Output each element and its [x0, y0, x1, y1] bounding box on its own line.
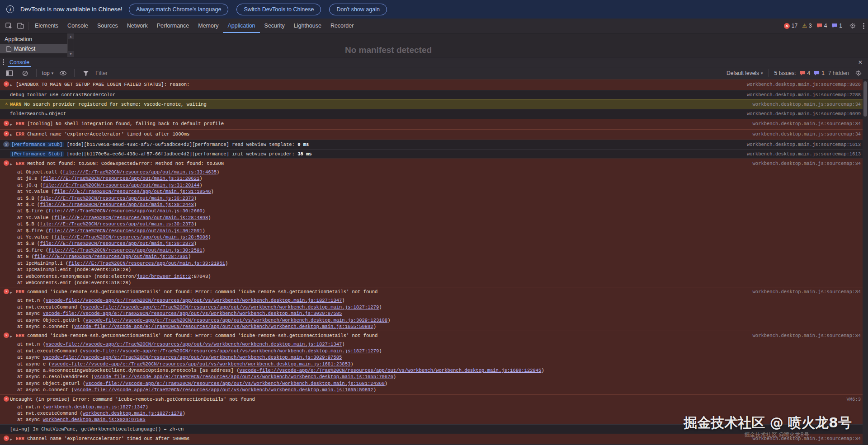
stack-frame-link[interactable]: vscode-file://vscode-app/e:/Trae%20CN/re… — [46, 342, 342, 347]
console-sidebar-toggle-icon[interactable] — [4, 67, 15, 79]
console-message[interactable]: ✕▶ERR Method not found: toJSON: CodeExpe… — [0, 159, 868, 287]
stack-frame-link[interactable]: workbench.desktop.main.js:1827:1279 — [83, 411, 183, 416]
source-location-link[interactable]: workbench.desktop.main.js:sourcemap:34 — [753, 131, 861, 138]
source-location-link[interactable]: workbench.desktop.main.js:sourcemap:1613 — [747, 150, 861, 158]
tab-performance[interactable]: Performance — [152, 19, 194, 33]
expand-arrow-icon[interactable]: ▶ — [10, 131, 16, 139]
toolbar-issues-blue[interactable]: 1 — [814, 70, 825, 76]
stack-frame-link[interactable]: vscode-file://vscode-app/e:/Trae%20CN/re… — [74, 387, 373, 393]
scroll-down-icon[interactable]: ▼ — [68, 51, 74, 57]
stack-frame-link[interactable]: file:///E:/Trae%20CN/resources/app/out/m… — [54, 234, 208, 240]
stack-frame-link[interactable]: workbench.desktop.main.js:3029:97585 — [43, 417, 146, 422]
source-location-link[interactable]: workbench.desktop.main.js:sourcemap:34 — [753, 101, 861, 108]
expand-object-icon[interactable]: ▶ — [44, 112, 49, 116]
console-settings-gear-icon[interactable] — [853, 67, 864, 79]
stack-frame-link[interactable]: file:///E:/Trae%20CN/resources/app/out/m… — [40, 241, 193, 246]
expand-arrow-icon[interactable]: ▶ — [10, 288, 16, 296]
tab-sources[interactable]: Sources — [93, 19, 123, 33]
console-message[interactable]: debug toolbar use contrastBorderColorwor… — [0, 90, 868, 99]
scroll-up-icon[interactable]: ▲ — [68, 33, 74, 39]
stack-frame-link[interactable]: file:///E:/Trae%20CN/resources/app/out/m… — [43, 176, 200, 181]
stack-frame-link[interactable]: js2c/browser_init:2 — [137, 274, 191, 279]
console-message[interactable]: [Performance Stub] [node][b1170e5a-ee6d-… — [0, 149, 868, 159]
more-options-icon[interactable] — [863, 23, 864, 29]
close-drawer-icon[interactable]: ✕ — [855, 59, 865, 66]
console-message[interactable]: ✕▶ERR command 'icube-remote-ssh.getConne… — [0, 287, 868, 331]
stack-frame-link[interactable]: vscode-file://vscode-app/e:/Trae%20CN/re… — [83, 304, 379, 310]
tab-application[interactable]: Application — [223, 19, 259, 33]
tab-elements[interactable]: Elements — [30, 19, 63, 33]
console-message[interactable]: folderSearch▶Objectworkbench.desktop.mai… — [0, 109, 868, 119]
always-match-language-button[interactable]: Always match Chrome's language — [129, 4, 229, 15]
stack-frame-link[interactable]: file:///E:/Trae%20CN/resources/app/out/m… — [40, 202, 193, 207]
stack-frame-link[interactable]: file:///E:/Trae%20CN/resources/app/out/m… — [63, 169, 217, 175]
console-message[interactable]: ✕Uncaught (in promise) Error: command 'i… — [0, 394, 868, 424]
source-location-link[interactable]: workbench.desktop.main.js:sourcemap:34 — [753, 435, 861, 442]
console-message[interactable]: ✕▶ERR Channel name 'explorerAccelerator'… — [0, 129, 868, 140]
drawer-menu-icon[interactable] — [3, 59, 4, 65]
console-message[interactable]: ✕▶ERR command 'icube-remote-ssh.getConne… — [0, 331, 868, 394]
stack-frame-link[interactable]: file:///E:/Trae%20CN/resources/app/out/m… — [34, 254, 188, 259]
live-expression-eye-icon[interactable] — [57, 67, 69, 79]
stack-frame-link[interactable]: file:///E:/Trae%20CN/resources/app/out/m… — [48, 208, 202, 214]
switch-devtools-chinese-button[interactable]: Switch DevTools to Chinese — [236, 4, 321, 15]
source-location-link[interactable]: workbench.desktop.main.js:sourcemap:3026 — [747, 81, 861, 88]
source-location-link[interactable]: workbench.desktop.main.js:sourcemap:34 — [753, 120, 861, 127]
source-location-link[interactable]: workbench.desktop.main.js:sourcemap:34 — [753, 160, 861, 167]
tab-security[interactable]: Security — [260, 19, 289, 33]
stack-frame-link[interactable]: vscode-file://vscode-app/e:/Trae%20CN/re… — [94, 374, 393, 379]
clear-console-icon[interactable] — [19, 67, 31, 79]
console-scrollbar[interactable] — [863, 80, 868, 445]
stack-frame-link[interactable]: vscode-file://vscode-app/e:/Trae%20CN/re… — [52, 361, 351, 367]
toolbar-issues-red[interactable]: 4 — [800, 70, 811, 76]
console-message[interactable]: [ai-ng] In ChatViewPane, getWorkbenchLoc… — [0, 424, 868, 434]
drawer-tab-console[interactable]: Console — [8, 57, 31, 67]
source-location-link[interactable]: VM6:3 — [846, 396, 861, 403]
object-preview[interactable]: Object — [49, 111, 66, 117]
stack-frame-link[interactable]: file:///E:/Trae%20CN/resources/app/out/m… — [54, 215, 208, 220]
stack-frame-link[interactable]: vscode-file://vscode-app/e:/Trae%20CN/re… — [239, 368, 541, 373]
stack-frame-link[interactable]: file:///E:/Trae%20CN/resources/app/out/m… — [48, 228, 202, 234]
console-warnings-badge[interactable]: ⚠ 3 — [802, 23, 811, 29]
source-location-link[interactable]: workbench.desktop.main.js:sourcemap:34 — [753, 332, 861, 339]
expand-arrow-icon[interactable]: ▶ — [10, 81, 16, 89]
issues-badge-blue[interactable]: 1 — [831, 23, 842, 29]
tab-network[interactable]: Network — [123, 19, 152, 33]
tab-memory[interactable]: Memory — [193, 19, 223, 33]
stack-frame-link[interactable]: file:///E:/Trae%20CN/resources/app/out/m… — [40, 196, 193, 201]
scrollbar-thumb[interactable] — [863, 81, 867, 117]
dont-show-again-button[interactable]: Don't show again — [329, 4, 387, 15]
filter-input[interactable] — [95, 70, 723, 76]
source-location-link[interactable]: workbench.desktop.main.js:sourcemap:2288 — [747, 91, 861, 98]
stack-frame-link[interactable]: file:///E:/Trae%20CN/resources/app/out/m… — [40, 221, 193, 227]
javascript-context-selector[interactable]: top ▾ — [42, 70, 53, 76]
stack-frame-link[interactable]: vscode-file://vscode-app/e:/Trae%20CN/re… — [85, 318, 387, 323]
stack-frame-link[interactable]: file:///E:/Trae%20CN/resources/app/out/m… — [43, 183, 200, 188]
console-message[interactable]: ✕▶[SANDBOX_TO_MAIN_GET_SETUP_PAGE_LOGIN_… — [0, 80, 868, 90]
issues-badge-red[interactable]: 4 — [816, 23, 827, 29]
console-errors-badge[interactable]: ✕ 17 — [784, 23, 797, 29]
device-toolbar-icon[interactable] — [14, 20, 26, 32]
expand-arrow-icon[interactable]: ▶ — [10, 120, 16, 128]
console-message[interactable]: ⚠WARN No search provider registered for … — [0, 99, 868, 109]
source-location-link[interactable]: workbench.desktop.main.js:sourcemap:6699 — [747, 110, 861, 117]
sidebar-scrollbar[interactable]: ▲ ▼ — [68, 33, 74, 57]
hidden-messages-link[interactable]: 7 hidden — [828, 70, 849, 76]
console-message[interactable]: 2[Performance Stub] [node][b1170e5a-ee6d… — [0, 140, 868, 149]
expand-arrow-icon[interactable]: ▶ — [10, 160, 16, 168]
stack-frame-link[interactable]: file:///E:/Trae%20CN/resources/app/out/m… — [48, 248, 202, 253]
console-message[interactable]: ✕▶ERR [tooling] No shell integration fou… — [0, 119, 868, 129]
tab-console[interactable]: Console — [63, 19, 93, 33]
tab-lighthouse[interactable]: Lighthouse — [289, 19, 326, 33]
stack-frame-link[interactable]: file:///E:/Trae%20CN/resources/app/out/m… — [54, 189, 211, 194]
log-levels-dropdown[interactable]: Default levels ▾ — [726, 70, 763, 76]
stack-frame-link[interactable]: file:///E:/Trae%20CN/resources/app/out/m… — [68, 261, 225, 266]
stack-frame-link[interactable]: vscode-file://vscode-app/e:/Trae%20CN/re… — [43, 355, 342, 360]
expand-arrow-icon[interactable]: ▶ — [10, 435, 16, 443]
inspect-element-icon[interactable] — [3, 20, 14, 32]
tab-recorder[interactable]: Recorder — [326, 19, 358, 33]
stack-frame-link[interactable]: vscode-file://vscode-app/e:/Trae%20CN/re… — [46, 298, 342, 303]
console-message[interactable]: ✕▶ERR Channel name 'explorerAccelerator'… — [0, 434, 868, 444]
sidebar-item-manifest[interactable]: Manifest — [0, 44, 67, 53]
stack-frame-link[interactable]: vscode-file://vscode-app/e:/Trae%20CN/re… — [85, 381, 385, 386]
